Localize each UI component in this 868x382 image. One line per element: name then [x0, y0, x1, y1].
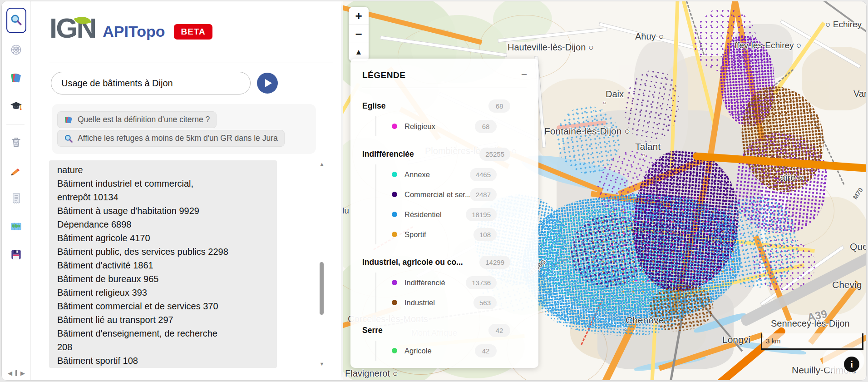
legend-group-count-badge: 25255	[479, 148, 510, 161]
legend-item-count-badge: 2487	[470, 188, 497, 201]
legend-item[interactable]: Industriel563	[392, 293, 527, 313]
suggestion-label: Affiche les refuges à moins de 5km d'un …	[78, 134, 278, 143]
rail-divider	[6, 124, 25, 124]
legend-item-count-badge: 4465	[470, 168, 497, 181]
pencil-icon	[10, 164, 22, 178]
result-line: Bâtiment agricole 4170	[57, 231, 269, 245]
suggestion-chip-2[interactable]: Affiche les refuges à moins de 5km d'un …	[57, 130, 285, 147]
pager-next-button[interactable]: ▶	[20, 370, 25, 377]
zoom-out-button[interactable]: −	[349, 25, 369, 43]
legend-color-dot	[392, 348, 397, 353]
map-label: Longvi	[722, 334, 750, 345]
floppy-icon	[10, 248, 22, 262]
legend-group-count-badge: 68	[488, 99, 510, 113]
header: IGN APITopo BETA	[49, 15, 212, 41]
map-label: aire ○	[780, 172, 804, 183]
legend-item[interactable]: Résidentiel18195	[392, 204, 527, 224]
legend-group-1: Eglise68Religieux68	[362, 99, 527, 136]
building-cluster	[588, 197, 743, 301]
send-icon	[265, 79, 272, 87]
tool-rail-items	[6, 8, 26, 273]
tool-learn-button[interactable]	[6, 96, 26, 118]
scale-label: 3 km	[766, 337, 781, 345]
legend-item[interactable]: Sportif108	[392, 224, 527, 244]
legend-item-count-badge: 18195	[466, 208, 497, 221]
tool-edit-button[interactable]	[6, 160, 26, 182]
cap-icon	[10, 100, 22, 114]
legend-item-label: Résidentiel	[404, 210, 466, 219]
legend-items: Annexe4465Commercial et ser...2487Réside…	[375, 164, 527, 244]
scrollbar-thumb[interactable]	[320, 262, 324, 315]
legend-group-4: Serre42Agricole42	[362, 324, 527, 361]
result-line: Bâtiment d'activité 1861	[57, 258, 269, 272]
tool-map-button[interactable]	[6, 216, 26, 238]
panel-pager: ◀ ▶	[2, 370, 31, 377]
suggestion-label: Quelle est la définition d'une citerne ?	[78, 115, 210, 124]
legend-item[interactable]: Religieux68	[392, 116, 527, 136]
search-input[interactable]	[51, 72, 251, 94]
tool-graph-button[interactable]	[6, 40, 26, 61]
tool-save-button[interactable]	[6, 244, 26, 266]
legend-color-dot	[392, 172, 397, 177]
legend-item-label: Annexe	[404, 170, 470, 179]
legend-title: LÉGENDE	[362, 70, 405, 80]
tool-search-button[interactable]	[6, 8, 26, 33]
legend-item-label: Indifférencié	[404, 278, 466, 287]
map-label: ○	[624, 326, 627, 332]
legend-color-dot	[392, 280, 397, 285]
pager-prev-button[interactable]: ◀	[8, 370, 12, 377]
map-label: ○ Echirey	[825, 20, 862, 30]
worldmap-icon	[10, 220, 22, 234]
result-line: Bâtiment public, des services publics 22…	[57, 245, 269, 258]
legend-item[interactable]: Agricole42	[392, 341, 527, 361]
result-line: 208	[57, 340, 269, 354]
result-line: Bâtiment industriel et commercial,	[57, 177, 269, 190]
map-label: lu	[343, 206, 349, 216]
legend-item[interactable]: Commercial et ser...2487	[392, 184, 527, 204]
ign-logo: IGN	[49, 15, 95, 41]
map-label: Ahuy ○	[635, 31, 664, 42]
legend-color-dot	[392, 300, 397, 305]
books-icon	[64, 115, 73, 124]
legend-color-dot	[392, 232, 397, 237]
map-canvas[interactable]: Hauteville-lès-Dijon ○Ahuy ○○ Echireyffe…	[343, 1, 866, 380]
result-line: Bâtiment religieux 393	[57, 286, 269, 299]
legend-groups: Eglise68Religieux68Indifférenciée25255An…	[362, 99, 527, 361]
tool-receipt-button[interactable]	[6, 188, 26, 210]
legend-item-count-badge: 42	[475, 344, 497, 357]
legend-item-label: Industriel	[404, 298, 473, 307]
map-zoom-control: +−▲	[349, 7, 369, 61]
result-line: Bâtiment de bureaux 965	[57, 272, 269, 286]
scroll-down-icon[interactable]: ▼	[319, 361, 325, 367]
map-label: ○	[603, 99, 606, 106]
zoom-in-button[interactable]: +	[349, 7, 369, 25]
result-line: Bâtiment sportif 108	[57, 354, 269, 367]
legend-item[interactable]: Indifférencié13736	[392, 273, 527, 293]
map-label: Hauteville-lès-Dijon ○	[508, 42, 594, 53]
app-title: APITopo	[103, 23, 165, 40]
send-button[interactable]	[257, 73, 278, 94]
search-icon	[64, 134, 73, 143]
tool-trash-button[interactable]	[6, 132, 26, 154]
scroll-up-icon[interactable]: ▲	[319, 161, 325, 167]
legend-panel: LÉGENDE – Eglise68Religieux68Indifférenc…	[350, 59, 538, 368]
legend-item[interactable]: Annexe4465	[392, 164, 527, 184]
map-label: Fontaine-lès-Dijon ○	[544, 126, 630, 137]
map-label: Daix	[606, 89, 624, 99]
suggestion-chip-1[interactable]: Quelle est la définition d'une citerne ?	[57, 111, 217, 128]
legend-item-label: Sportif	[404, 230, 473, 239]
legend-items: Indifférencié13736Industriel563	[375, 273, 527, 313]
map-label: Varo	[853, 89, 866, 99]
result-line: entrepôt 10134	[57, 190, 269, 204]
tool-layers-button[interactable]	[6, 68, 26, 89]
info-button[interactable]: i	[844, 357, 859, 372]
legend-item-count-badge: 108	[473, 228, 497, 241]
suggestions-box: Quelle est la définition d'une citerne ?…	[52, 104, 316, 154]
results-text-area[interactable]: natureBâtiment industriel et commercial,…	[49, 160, 277, 368]
app-window: ◀ ▶ IGN APITopo BETA Quelle est la défin…	[1, 1, 867, 381]
legend-item-count-badge: 68	[475, 120, 497, 133]
receipt-icon	[10, 192, 22, 206]
building-cluster	[693, 8, 756, 72]
legend-item-label: Religieux	[404, 122, 475, 131]
legend-collapse-button[interactable]: –	[522, 70, 527, 77]
